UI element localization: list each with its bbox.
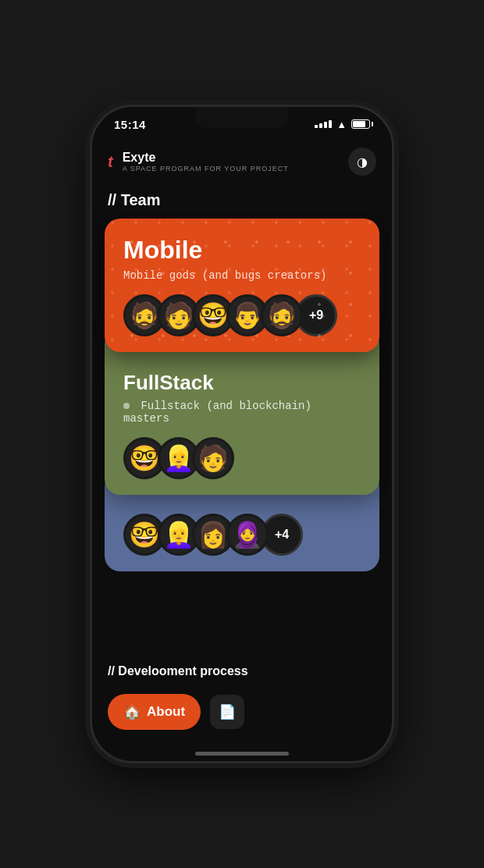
- section-title: // Team: [108, 191, 160, 208]
- dev-section-title: // Develooment process: [108, 664, 376, 678]
- phone-frame: 15:14 ▲ t Exyte A SPACE PRO: [90, 105, 394, 763]
- fullstack-card-subtitle: Fullstack (and blockchain) masters: [123, 400, 361, 425]
- third-avatars-row: 🤓 👱‍♀️ 👩 🧕 +4: [123, 514, 361, 556]
- about-nav-button[interactable]: 🏠 About: [108, 694, 201, 730]
- battery-icon: [351, 119, 370, 129]
- logo-icon: t: [108, 153, 113, 171]
- file-icon: 📄: [219, 703, 236, 720]
- mobile-card-title: Mobile: [123, 236, 361, 265]
- fullstack-team-card[interactable]: FullStack Fullstack (and blockchain) mas…: [105, 329, 379, 495]
- bottom-nav: 🏠 About 📄: [92, 694, 392, 745]
- fullstack-card-title: FullStack: [123, 371, 361, 395]
- app-subtitle: A SPACE PROGRAM FOR YOUR PROJECT: [123, 165, 289, 173]
- cards-container: Mobile Mobile gods (and bugs creators) 🧔…: [92, 212, 392, 578]
- file-nav-button[interactable]: 📄: [210, 695, 244, 729]
- avatar: 🧔: [261, 294, 303, 336]
- header-left: t Exyte A SPACE PROGRAM FOR YOUR PROJECT: [108, 151, 289, 173]
- dev-process-section: // Develooment process: [92, 655, 392, 694]
- home-icon: 🏠: [123, 703, 141, 720]
- theme-toggle-button[interactable]: ◑: [348, 148, 376, 176]
- avatar: 🧑: [192, 437, 234, 479]
- home-bar: [195, 752, 289, 756]
- home-indicator: [92, 745, 392, 761]
- toggle-icon: ◑: [357, 155, 368, 169]
- mobile-team-card[interactable]: Mobile Mobile gods (and bugs creators) 🧔…: [105, 219, 379, 352]
- about-nav-label: About: [147, 704, 185, 720]
- header-text: Exyte A SPACE PROGRAM FOR YOUR PROJECT: [123, 151, 289, 173]
- app-header: t Exyte A SPACE PROGRAM FOR YOUR PROJECT…: [92, 141, 392, 185]
- phone-screen: 15:14 ▲ t Exyte A SPACE PRO: [92, 107, 392, 761]
- wifi-icon: ▲: [336, 119, 347, 130]
- notch: [195, 107, 289, 129]
- signal-icon: [315, 120, 332, 128]
- mobile-avatars-row: 🧔 🧑 🤓 👨 🧔: [123, 294, 361, 336]
- app-title: Exyte: [123, 151, 289, 165]
- team-section-header: // Team: [92, 185, 392, 212]
- scroll-content[interactable]: Mobile Mobile gods (and bugs creators) 🧔…: [92, 212, 392, 655]
- mobile-card-subtitle: Mobile gods (and bugs creators): [123, 269, 361, 282]
- status-icons: ▲: [315, 119, 370, 130]
- avatar: 🧕: [226, 514, 269, 556]
- dot-icon: [123, 403, 130, 409]
- status-time: 15:14: [114, 118, 146, 131]
- fullstack-avatars-row: 🤓 👱‍♀️ 🧑: [123, 437, 361, 479]
